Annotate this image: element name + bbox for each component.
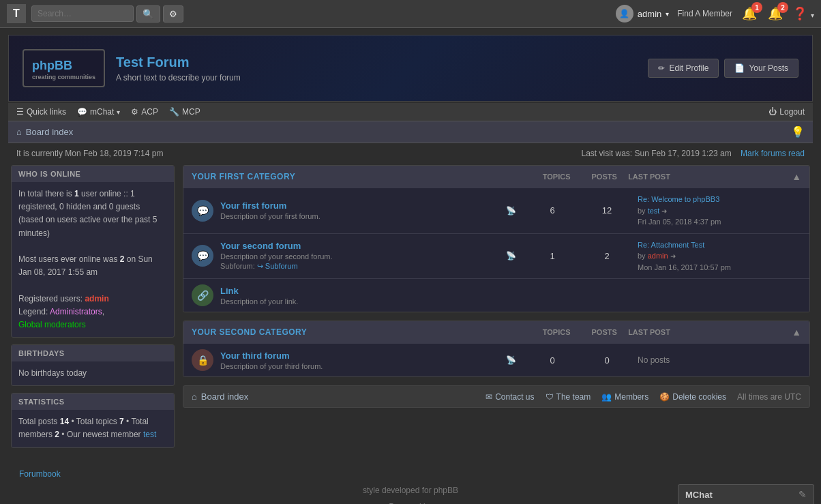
posts-col-label: POSTS — [580, 173, 628, 181]
quicklinks-menu[interactable]: ☰ Quick links — [16, 107, 66, 117]
site-logo: T — [7, 4, 26, 23]
notifications-button-1[interactable]: 🔔 1 — [741, 5, 758, 23]
category-2: YOUR SECOND CATEGORY TOPICS POSTS LAST P… — [183, 321, 810, 377]
help-button[interactable]: ❓ ▾ — [792, 6, 814, 21]
last-post-author-link[interactable]: admin — [648, 252, 668, 260]
rss-icon[interactable]: 📡 — [506, 251, 516, 261]
avatar: 👤 — [616, 5, 633, 23]
logout-button[interactable]: ⏻ Logout — [768, 107, 805, 117]
forum-link-icon: 🔗 — [192, 284, 213, 306]
home-icon: ⌂ — [16, 127, 22, 137]
footer-navigation: ⌂ Board index ✉ Contact us 🛡 The team 👥 … — [183, 385, 810, 408]
rss-icon[interactable]: 📡 — [506, 355, 516, 365]
registered-label: Registered users: admin — [18, 294, 109, 303]
global-moderators-link[interactable]: Global moderators — [18, 320, 86, 329]
last-post-title-link[interactable]: Re: Attachment Test — [638, 241, 704, 249]
posts-icon: 📄 — [734, 63, 745, 73]
notifications-button-2[interactable]: 🔔 2 — [766, 5, 784, 23]
forum-topics-count: 1 — [528, 251, 576, 261]
the-team-link[interactable]: 🛡 The team — [546, 392, 591, 402]
who-is-online-section: WHO IS ONLINE In total there is 1 user o… — [11, 165, 175, 338]
search-advanced-button[interactable]: ⚙ — [163, 5, 183, 23]
shield-icon: 🛡 — [546, 392, 554, 402]
stats-text: Total posts 14 • Total topics 7 • Total … — [18, 417, 156, 439]
logo-subtitle: creating communities — [32, 74, 95, 80]
last-post-author-link[interactable]: test — [648, 207, 660, 215]
edit-profile-button[interactable]: ✏ Edit Profile — [648, 59, 719, 78]
category-columns: TOPICS POSTS LAST POST ▲ — [533, 171, 801, 182]
view-post-icon[interactable]: ➜ — [670, 252, 676, 260]
acp-link[interactable]: ⚙ ACP — [131, 107, 158, 117]
category-1-title: YOUR FIRST CATEGORY — [192, 172, 295, 181]
collapse-category-1-button[interactable]: ▲ — [792, 171, 801, 182]
mark-forums-read-link[interactable]: Mark forums read — [741, 149, 805, 158]
forum-row: 💬 Your second forum Description of your … — [183, 233, 809, 279]
forum-desc: Description of your second forum. — [220, 252, 499, 261]
forum-title: Test Forum — [116, 55, 241, 70]
members-link[interactable]: 👥 Members — [601, 392, 648, 402]
current-time: It is currently Mon Feb 18, 2019 7:14 pm — [16, 149, 163, 158]
view-post-icon[interactable]: ➜ — [661, 207, 667, 215]
legend-label: Legend: Administrators, Global moderator… — [18, 307, 104, 329]
forumbook-link[interactable]: Forumbook — [19, 466, 802, 482]
statistics-section: STATISTICS Total posts 14 • Total topics… — [11, 393, 175, 447]
mchat-icon: 💬 — [77, 107, 87, 117]
topics-col-label: TOPICS — [533, 328, 580, 336]
online-text: In total there is 1 user online :: 1 reg… — [18, 189, 157, 238]
acp-icon: ⚙ — [131, 107, 138, 117]
powered-text: Powered by — [389, 502, 432, 504]
category-1: YOUR FIRST CATEGORY TOPICS POSTS LAST PO… — [183, 165, 810, 312]
search-button[interactable]: 🔍 — [136, 5, 160, 23]
find-member-link[interactable]: Find A Member — [677, 9, 732, 18]
statistics-title: STATISTICS — [12, 394, 174, 410]
your-posts-button[interactable]: 📄 Your Posts — [724, 59, 798, 78]
forum-name-link[interactable]: Your third forum — [220, 351, 499, 361]
forum-last-post: Re: Welcome to phpBB3 by test ➜ Fri Jan … — [638, 194, 801, 228]
birthdays-title: BIRTHDAYS — [12, 345, 174, 361]
newest-member-link[interactable]: test — [143, 430, 156, 439]
forum-brand: phpBB creating communities Test Forum A … — [23, 49, 241, 87]
footer-board-index-link[interactable]: ⌂ Board index — [192, 391, 248, 402]
forum-row: 💬 Your first forum Description of your f… — [183, 188, 809, 233]
topics-col-label: TOPICS — [533, 173, 580, 181]
forum-info: Your second forum Description of your se… — [220, 241, 499, 271]
mchat-open-icon[interactable]: ✎ — [798, 489, 807, 500]
collapse-category-2-button[interactable]: ▲ — [792, 327, 801, 338]
secondary-navigation: ☰ Quick links 💬 mChat ▾ ⚙ ACP 🔧 MCP ⏻ Lo… — [8, 103, 813, 121]
sec-nav-left: ☰ Quick links 💬 mChat ▾ ⚙ ACP 🔧 MCP — [16, 107, 200, 117]
delete-cookies-link[interactable]: 🍪 Delete cookies — [659, 392, 726, 402]
admin-menu[interactable]: 👤 admin ▾ — [616, 5, 669, 23]
rss-icon[interactable]: 📡 — [506, 206, 516, 216]
main-layout: WHO IS ONLINE In total there is 1 user o… — [8, 165, 813, 455]
birthdays-content: No birthdays today — [12, 361, 174, 385]
board-index-bar: ⌂ Board index 💡 — [8, 121, 813, 143]
board-index-link[interactable]: ⌂ Board index — [16, 127, 73, 137]
last-post-title-link[interactable]: Re: Welcome to phpBB3 — [638, 195, 719, 203]
category-1-header: YOUR FIRST CATEGORY TOPICS POSTS LAST PO… — [183, 166, 809, 188]
category-2-title: YOUR SECOND CATEGORY — [192, 327, 307, 337]
forum-name-link[interactable]: Link — [220, 286, 507, 296]
administrators-link[interactable]: Administrators — [50, 307, 102, 316]
forum-name-link[interactable]: Your first forum — [220, 201, 499, 211]
search-input[interactable] — [31, 5, 134, 22]
no-posts-text: No posts — [638, 355, 670, 365]
registered-user-link[interactable]: admin — [85, 294, 108, 303]
statistics-content: Total posts 14 • Total topics 7 • Total … — [12, 410, 174, 447]
last-visit: Last visit was: Sun Feb 17, 2019 1:23 am — [582, 149, 732, 158]
category-2-header: YOUR SECOND CATEGORY TOPICS POSTS LAST P… — [183, 321, 809, 343]
forum-last-post: No posts — [638, 354, 801, 366]
mcp-link[interactable]: 🔧 MCP — [169, 107, 200, 117]
logout-icon: ⏻ — [768, 107, 777, 117]
forum-desc: Description of your first forum. — [220, 212, 499, 220]
forum-name-link[interactable]: Your second forum — [220, 241, 499, 251]
contact-us-link[interactable]: ✉ Contact us — [486, 392, 534, 402]
timezone-text: All times are UTC — [737, 392, 801, 402]
group-icon: 👥 — [601, 392, 612, 402]
subforum-link[interactable]: ↪ Subforum — [257, 262, 298, 270]
style-text: style developed for phpBB — [363, 486, 458, 495]
quicklinks-icon: ☰ — [16, 107, 24, 117]
forum-status-icon: 💬 — [192, 200, 213, 222]
forum-info: Your first forum Description of your fir… — [220, 201, 499, 220]
mchat-menu[interactable]: 💬 mChat ▾ — [77, 107, 120, 117]
forum-last-post: Re: Attachment Test by admin ➜ Mon Jan 1… — [638, 239, 801, 273]
